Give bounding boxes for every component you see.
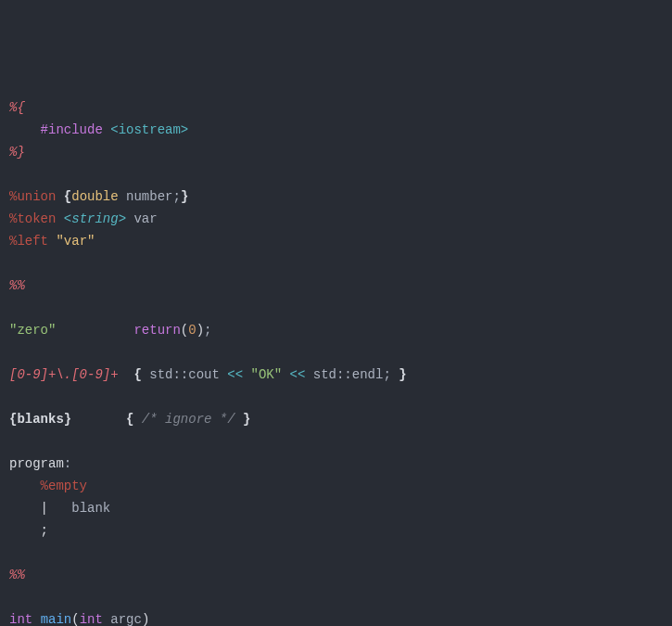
left-directive: %left xyxy=(9,234,48,249)
include-directive: #include xyxy=(41,122,103,137)
token-directive: %token xyxy=(9,211,56,226)
line-9: %% xyxy=(9,278,25,293)
rule-blank: blank xyxy=(71,501,110,516)
return-keyword: return xyxy=(133,323,180,338)
line-15: {blanks} { /* ignore */ } xyxy=(9,412,250,427)
line-5: %union {double number;} xyxy=(9,189,188,204)
line-18: %empty xyxy=(9,479,87,493)
comment-ignore: /* ignore */ xyxy=(142,412,235,427)
empty-directive: %empty xyxy=(41,479,87,493)
line-22: %% xyxy=(9,568,25,582)
line-20: ; xyxy=(9,523,48,538)
regex-pattern: [0-9]+\.[0-9]+ xyxy=(9,367,119,382)
include-header: <iostream> xyxy=(110,122,188,137)
section-separator: %% xyxy=(9,568,25,582)
section-separator: %% xyxy=(9,278,25,293)
type-int: int xyxy=(80,612,103,626)
line-7: %left "var" xyxy=(9,234,95,249)
number-literal: 0 xyxy=(188,323,196,338)
left-token: "var" xyxy=(56,234,95,249)
blanks-pattern: {blanks} xyxy=(9,412,71,427)
line-3: %} xyxy=(9,145,25,160)
code-block: %{ #include <iostream> %} %union {double… xyxy=(9,96,663,626)
string-zero: "zero" xyxy=(9,323,56,338)
type-double: double xyxy=(71,189,118,204)
line-1: %{ xyxy=(9,100,25,115)
line-11: "zero" return(0); xyxy=(9,323,211,338)
token-name: var xyxy=(133,211,157,226)
line-19: | blank xyxy=(9,501,110,516)
line-6: %token <string> var xyxy=(9,211,158,226)
line-13: [0-9]+\.[0-9]+ { std::cout << "OK" << st… xyxy=(9,367,407,382)
rule-program: program xyxy=(9,456,64,471)
brace-close: } xyxy=(181,189,188,204)
line-24: int main(int argc) xyxy=(9,612,149,626)
function-main: main xyxy=(41,612,72,626)
union-member: number xyxy=(126,189,172,204)
string-ok: "OK" xyxy=(251,367,283,382)
line-17: program: xyxy=(9,456,71,471)
percent-open-brace: %{ xyxy=(9,100,25,115)
token-type: <string> xyxy=(64,211,126,226)
percent-close-brace: %} xyxy=(9,145,25,160)
brace-open: { xyxy=(64,189,71,204)
pipe: | xyxy=(41,501,48,516)
param-argc: argc xyxy=(110,612,142,626)
type-int: int xyxy=(9,612,32,626)
line-2: #include <iostream> xyxy=(9,122,188,137)
union-directive: %union xyxy=(9,189,56,204)
